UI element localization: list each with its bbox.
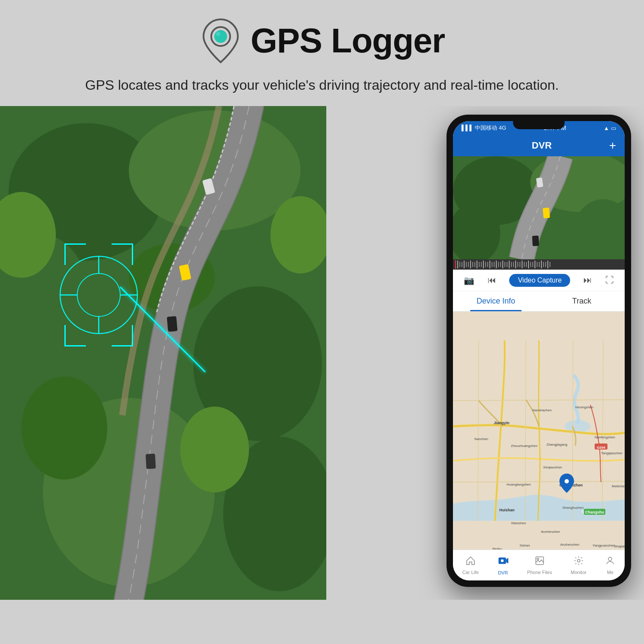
svg-text:Xinqiaozhen: Xinqiaozhen xyxy=(543,465,562,469)
nav-item-monitor[interactable]: Monitor xyxy=(571,556,586,575)
svg-point-69 xyxy=(565,479,569,483)
tabs-row: Device Info Track xyxy=(453,291,625,312)
phone-screen: ▌▌▌ 中国移动 4G 5:47 PM ▲ ▭ DVR + xyxy=(453,121,625,580)
add-button[interactable]: + xyxy=(609,139,616,152)
svg-text:Huishan: Huishan xyxy=(499,508,515,512)
home-icon xyxy=(465,556,476,568)
svg-point-72 xyxy=(501,559,504,562)
svg-rect-16 xyxy=(167,316,178,332)
timeline-position-marker xyxy=(455,260,456,269)
svg-text:Zhouzhuangzhen: Zhouzhuangzhen xyxy=(511,444,538,448)
svg-point-74 xyxy=(537,558,539,560)
svg-point-2 xyxy=(216,32,220,36)
profile-icon xyxy=(605,556,615,568)
status-icons: ▲ ▭ xyxy=(604,125,616,131)
signal-bars: ▌▌▌ xyxy=(462,125,475,131)
crosshair-target xyxy=(52,248,146,342)
phone-mockup: ▌▌▌ 中国移动 4G 5:47 PM ▲ ▭ DVR + xyxy=(447,115,631,587)
video-preview xyxy=(453,156,625,259)
nav-label-dvr: DVR xyxy=(498,570,508,575)
svg-rect-32 xyxy=(532,236,539,246)
page-header: GPS Logger xyxy=(0,0,644,73)
location-icon: ▲ xyxy=(604,125,609,131)
svg-text:Nanzhen: Nanzhen xyxy=(474,437,488,441)
svg-text:Xibeizhen: Xibeizhen xyxy=(511,521,526,525)
tab-track[interactable]: Track xyxy=(539,291,625,311)
svg-text:Changshu: Changshu xyxy=(585,510,604,514)
svg-text:Anzhenzhen: Anzhenzhen xyxy=(560,543,579,547)
svg-point-14 xyxy=(180,407,249,492)
carrier-signal: ▌▌▌ 中国移动 4G xyxy=(462,124,506,132)
fast-forward-button[interactable]: ⏭ xyxy=(583,275,592,285)
timeline-bar[interactable] xyxy=(453,259,625,270)
svg-text:Shajiaband: Shajiaband xyxy=(614,544,625,548)
video-background xyxy=(453,156,625,259)
app-header: DVR + xyxy=(453,135,625,156)
battery-icon: ▭ xyxy=(611,125,616,131)
nav-item-phone-files[interactable]: Phone Files xyxy=(527,556,552,575)
svg-text:G204: G204 xyxy=(597,446,605,450)
video-controls-bar: 📷 ⏮ Video Capture ⏭ ⛶ xyxy=(453,270,625,291)
svg-text:Tangqiaozhen: Tangqiaozhen xyxy=(601,451,623,455)
svg-text:Hexingzhen: Hexingzhen xyxy=(575,405,593,409)
nav-label-phone-files: Phone Files xyxy=(527,570,552,575)
phone-notch xyxy=(513,121,565,129)
app-header-title: DVR xyxy=(474,140,609,151)
svg-text:Shanghuzhen: Shanghuzhen xyxy=(562,506,583,510)
svg-text:Anzhenzhen: Anzhenzhen xyxy=(541,530,560,534)
subtitle-text: GPS locates and tracks your vehicle's dr… xyxy=(0,73,644,106)
nav-label-me: Me xyxy=(607,570,614,575)
svg-rect-17 xyxy=(146,453,156,469)
video-capture-button[interactable]: Video Capture xyxy=(509,274,570,287)
nav-label-monitor: Monitor xyxy=(571,570,586,575)
rewind-button[interactable]: ⏮ xyxy=(488,275,496,285)
svg-point-76 xyxy=(608,557,612,561)
map-view[interactable]: G204 Jiangyin Nanshazhen Hexingzhen Nanz… xyxy=(453,312,625,550)
tab-device-info[interactable]: Device Info xyxy=(453,291,539,311)
svg-rect-31 xyxy=(543,207,550,218)
screenshot-button[interactable]: 📷 xyxy=(464,275,474,286)
svg-text:Yangyuanzhen: Yangyuanzhen xyxy=(592,544,615,547)
fullscreen-button[interactable]: ⛶ xyxy=(605,275,614,285)
svg-text:Nanfengzhen: Nanfengzhen xyxy=(595,435,615,439)
svg-text:Zhangjiagang: Zhangjiagang xyxy=(547,443,567,447)
svg-text:Meilicheng: Meilicheng xyxy=(612,484,625,488)
svg-point-1 xyxy=(214,30,227,43)
svg-text:Xishan: Xishan xyxy=(519,544,530,547)
svg-text:Binihu: Binihu xyxy=(492,547,502,550)
phone-frame: ▌▌▌ 中国移动 4G 5:47 PM ▲ ▭ DVR + xyxy=(447,115,631,587)
nav-item-dvr[interactable]: DVR xyxy=(498,555,509,575)
nav-item-car-life[interactable]: Car Life xyxy=(462,556,479,575)
svg-point-13 xyxy=(21,377,107,480)
svg-point-75 xyxy=(577,559,580,562)
nav-label-car-life: Car Life xyxy=(462,570,479,575)
gallery-icon xyxy=(535,556,545,568)
svg-text:Jiangyin: Jiangyin xyxy=(494,421,510,425)
main-content-area: ▌▌▌ 中国移动 4G 5:47 PM ▲ ▭ DVR + xyxy=(0,106,644,600)
svg-point-20 xyxy=(77,273,120,316)
dvr-icon xyxy=(498,555,509,569)
svg-marker-71 xyxy=(506,558,508,564)
monitor-icon xyxy=(574,556,584,568)
bottom-navigation: Car Life DVR xyxy=(453,550,625,580)
page-title: GPS Logger xyxy=(251,21,445,61)
svg-text:Huangtangzhen: Huangtangzhen xyxy=(507,483,531,486)
nav-item-me[interactable]: Me xyxy=(605,556,615,575)
svg-text:Nanshazhen: Nanshazhen xyxy=(532,408,552,412)
gps-logo-icon xyxy=(199,17,242,64)
aerial-road-image xyxy=(0,106,326,600)
